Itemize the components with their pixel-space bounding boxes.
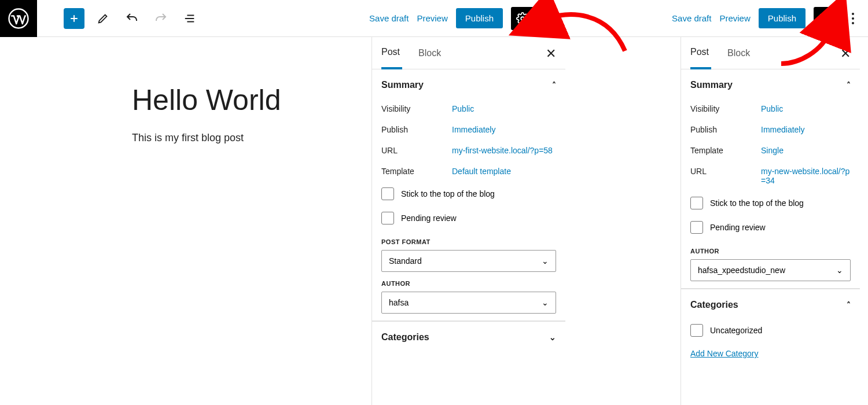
publish-value[interactable]: Immediately <box>452 125 556 134</box>
sidebar-panel-icon <box>819 12 832 25</box>
tab-post[interactable]: Post <box>381 37 402 69</box>
stick-label: Stick to the top of the blog <box>401 189 495 198</box>
template-value[interactable]: Default template <box>452 167 556 176</box>
close-panel-button[interactable]: ✕ <box>546 46 556 61</box>
undo-button[interactable] <box>122 8 142 29</box>
section-categories-toggle[interactable]: Categories ˄ <box>681 289 860 318</box>
category-uncategorized-label: Uncategorized <box>710 326 762 335</box>
chevron-up-icon: ˄ <box>552 80 556 90</box>
options-menu-button[interactable] <box>542 13 558 24</box>
svg-point-1 <box>521 17 524 20</box>
post-format-label: POST FORMAT <box>381 230 556 250</box>
author-label: AUTHOR <box>381 272 556 292</box>
chevron-up-icon: ˄ <box>847 80 851 90</box>
publish-button[interactable]: Publish <box>456 8 503 28</box>
section-categories-toggle[interactable]: Categories ⌄ <box>372 321 565 351</box>
save-draft-button[interactable]: Save draft <box>672 13 711 23</box>
tab-block[interactable]: Block <box>418 37 443 69</box>
section-summary-toggle[interactable]: Summary ˄ <box>372 69 565 98</box>
edit-tools-button[interactable] <box>93 8 113 29</box>
url-value[interactable]: my-new-website.local/?p=34 <box>761 167 851 185</box>
template-label: Template <box>690 146 761 155</box>
section-categories-label: Categories <box>690 300 738 310</box>
section-categories-label: Categories <box>381 332 429 343</box>
settings-sidebar-button[interactable] <box>814 7 837 30</box>
chevron-down-icon: ⌄ <box>542 298 549 307</box>
visibility-label: Visibility <box>690 104 761 113</box>
wordpress-logo[interactable] <box>0 0 37 37</box>
preview-button[interactable]: Preview <box>417 13 447 23</box>
tab-block[interactable]: Block <box>727 37 752 69</box>
stick-checkbox[interactable] <box>381 187 394 200</box>
publish-label: Publish <box>381 125 452 134</box>
author-select[interactable]: hafsa⌄ <box>381 292 556 314</box>
url-label: URL <box>381 146 452 155</box>
visibility-value[interactable]: Public <box>452 104 556 113</box>
url-label: URL <box>690 167 761 185</box>
add-category-link[interactable]: Add New Category <box>690 349 759 358</box>
section-summary-label: Summary <box>690 80 733 90</box>
settings-gear-button[interactable] <box>511 7 534 30</box>
stick-label: Stick to the top of the blog <box>710 198 804 208</box>
options-menu-button[interactable] <box>845 13 861 24</box>
add-block-button[interactable] <box>64 8 84 29</box>
section-summary-label: Summary <box>381 80 424 90</box>
chevron-down-icon: ⌄ <box>542 256 549 266</box>
publish-value[interactable]: Immediately <box>761 125 851 134</box>
pending-label: Pending review <box>710 223 766 232</box>
pending-label: Pending review <box>401 213 457 223</box>
url-value[interactable]: my-first-website.local/?p=58 <box>452 146 556 155</box>
category-uncategorized-checkbox[interactable] <box>690 324 703 337</box>
pending-checkbox[interactable] <box>381 212 394 224</box>
pending-checkbox[interactable] <box>690 221 703 234</box>
redo-button[interactable] <box>150 8 171 29</box>
save-draft-button[interactable]: Save draft <box>369 13 409 23</box>
template-label: Template <box>381 167 452 176</box>
chevron-up-icon: ˄ <box>847 300 851 310</box>
chevron-down-icon: ⌄ <box>836 266 843 275</box>
close-panel-button[interactable]: ✕ <box>840 46 851 61</box>
publish-button[interactable]: Publish <box>759 8 806 28</box>
document-overview-button[interactable] <box>179 8 200 29</box>
author-label: AUTHOR <box>690 240 851 259</box>
publish-label: Publish <box>690 125 761 134</box>
visibility-label: Visibility <box>381 104 452 113</box>
post-format-select[interactable]: Standard⌄ <box>381 250 556 272</box>
tab-post[interactable]: Post <box>690 37 711 69</box>
preview-button[interactable]: Preview <box>719 13 750 23</box>
svg-rect-2 <box>821 14 830 23</box>
stick-checkbox[interactable] <box>690 197 703 209</box>
visibility-value[interactable]: Public <box>761 104 851 113</box>
template-value[interactable]: Single <box>761 146 851 155</box>
gear-icon <box>516 12 529 25</box>
chevron-down-icon: ⌄ <box>549 333 556 342</box>
section-summary-toggle[interactable]: Summary ˄ <box>681 69 860 98</box>
author-select[interactable]: hafsa_xpeedstudio_new⌄ <box>690 259 851 281</box>
